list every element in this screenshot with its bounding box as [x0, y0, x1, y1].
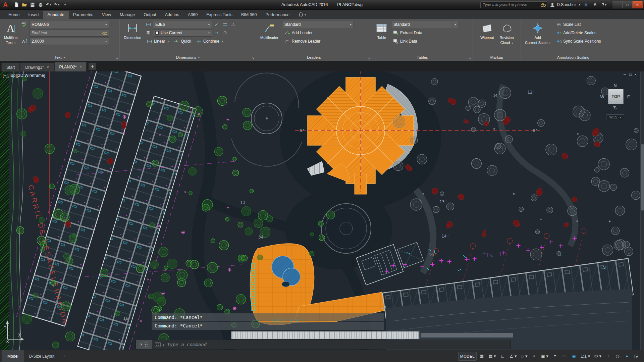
- dialog-launcher-icon[interactable]: ↘: [252, 56, 255, 60]
- dialog-launcher-icon[interactable]: ↘: [368, 56, 370, 60]
- model-tab[interactable]: Model: [2, 350, 24, 362]
- dialog-launcher-icon[interactable]: ↘: [115, 56, 118, 60]
- viewport-minimize-icon[interactable]: ─: [624, 72, 626, 76]
- text-height-combo[interactable]: 2.0000▾: [29, 38, 109, 45]
- viewcube-top-face[interactable]: TOP: [608, 89, 624, 104]
- drawing-canvas[interactable]: CARRIL DE DESACELERACION 12' 34' 6' 6' 1…: [0, 71, 644, 350]
- dim-break-button[interactable]: [213, 21, 220, 28]
- minimize-button[interactable]: ─: [612, 1, 623, 8]
- signed-in-user[interactable]: D.Sanchez ▾: [550, 2, 580, 7]
- command-line-grip[interactable]: ×: [136, 340, 152, 349]
- jog-line-button[interactable]: [230, 21, 237, 28]
- tab-insert[interactable]: Insert: [24, 11, 43, 19]
- add-delete-scales-button[interactable]: Add/Delete Scales: [554, 29, 624, 37]
- quick-dimension-button[interactable]: Quick: [172, 38, 193, 45]
- reassociate-button[interactable]: [221, 30, 229, 36]
- viewcube-east[interactable]: E: [627, 94, 630, 99]
- add-current-scale-button[interactable]: Add Current Scale ▾: [523, 21, 552, 45]
- annotation-monitor-toggle[interactable]: +: [604, 352, 612, 361]
- undo-button[interactable]: ↶▾: [45, 1, 52, 8]
- application-menu-button[interactable]: A: [0, 0, 11, 9]
- tab-addins[interactable]: Add-ins: [161, 11, 183, 19]
- exchange-apps-icon[interactable]: A: [592, 1, 598, 8]
- workspace-switching-button[interactable]: ⚙ ▾: [592, 352, 603, 361]
- ribbon-display-toggle[interactable]: ▾: [299, 12, 306, 19]
- close-tab-icon[interactable]: ×: [47, 65, 49, 69]
- new-drawing-tab-button[interactable]: +: [89, 63, 96, 70]
- annotation-scale-button[interactable]: 1:1 ▾: [579, 352, 592, 361]
- linear-dimension-button[interactable]: Linear▾: [145, 38, 171, 45]
- object-snap-tracking-toggle[interactable]: ⌖: [530, 352, 539, 361]
- revision-cloud-button[interactable]: Revision Cloud ▾: [498, 21, 516, 45]
- dimension-style-combo[interactable]: EJES▾: [153, 21, 212, 28]
- continue-dimension-button[interactable]: Continue▾: [194, 38, 225, 45]
- tab-performance[interactable]: Performance: [261, 11, 294, 19]
- viewport-controls-label[interactable]: [−][Top][2D Wireframe]: [3, 73, 45, 78]
- tab-bim360[interactable]: BIM 360: [237, 11, 261, 19]
- close-tab-icon[interactable]: ×: [80, 65, 82, 69]
- clean-screen-toggle[interactable]: ◲: [632, 352, 641, 361]
- ortho-mode-toggle[interactable]: ∟: [498, 352, 507, 361]
- find-text-input[interactable]: [30, 31, 101, 35]
- tab-view[interactable]: View: [98, 11, 115, 19]
- close-button[interactable]: ×: [633, 1, 643, 8]
- sync-scale-positions-button[interactable]: Sync Scale Positions: [554, 38, 624, 45]
- wipeout-button[interactable]: Wipeout: [478, 21, 496, 41]
- scale-list-button[interactable]: Scale List: [554, 21, 624, 28]
- open-file-button[interactable]: [21, 1, 28, 8]
- tab-manage[interactable]: Manage: [115, 11, 139, 19]
- viewcube-west[interactable]: W: [600, 94, 604, 99]
- selection-cycling-toggle[interactable]: ▭: [560, 352, 569, 361]
- close-command-line-icon[interactable]: ×: [140, 342, 142, 347]
- isometric-drafting-toggle[interactable]: ◇ ▾: [519, 352, 529, 361]
- customize-qat-button[interactable]: ▾: [61, 1, 68, 8]
- link-data-button[interactable]: Link Data: [391, 38, 471, 45]
- scrollbar-thumb[interactable]: [641, 144, 644, 211]
- dimension-layer-combo[interactable]: Use Current▾: [153, 29, 212, 37]
- wcs-menu[interactable]: WCS▾: [606, 114, 624, 120]
- customize-command-icon[interactable]: [155, 342, 161, 347]
- viewport-restore-icon[interactable]: □: [629, 72, 632, 76]
- grid-display-toggle[interactable]: ▦: [477, 352, 486, 361]
- text-style-combo[interactable]: ROMANS▾: [29, 21, 109, 28]
- isolate-objects-button[interactable]: ◎: [613, 352, 622, 361]
- redo-button[interactable]: ↷▾: [53, 1, 60, 8]
- multileader-button[interactable]: Multileader: [258, 21, 280, 41]
- command-input[interactable]: [167, 342, 507, 347]
- multiline-text-button[interactable]: A Multiline Text ▾: [2, 21, 19, 45]
- dialog-launcher-icon[interactable]: ↘: [469, 56, 471, 60]
- search-button[interactable]: [539, 2, 547, 8]
- help-button[interactable]: ?▾: [601, 1, 607, 8]
- table-button[interactable]: Table: [374, 21, 389, 41]
- multileader-style-combo[interactable]: Standard▾: [282, 21, 354, 28]
- tab-express-tools[interactable]: Express Tools: [202, 11, 237, 19]
- file-tab-drawing1[interactable]: Drawing1*×: [20, 63, 54, 71]
- file-tab-start[interactable]: Start: [1, 63, 20, 71]
- lineweight-toggle[interactable]: ≡: [551, 352, 559, 361]
- viewport-vertical-scrollbar[interactable]: [640, 71, 644, 350]
- tab-a360[interactable]: A360: [183, 11, 202, 19]
- panel-footer-tables[interactable]: Tables ↘: [372, 54, 473, 61]
- dimension-button[interactable]: Dimension: [122, 21, 143, 41]
- adjust-space-button[interactable]: [221, 21, 229, 28]
- restore-button[interactable]: □: [623, 1, 633, 8]
- table-style-combo[interactable]: Standard▾: [391, 21, 458, 28]
- panel-footer-leaders[interactable]: Leaders ↘: [256, 54, 372, 61]
- tab-output[interactable]: Output: [139, 11, 161, 19]
- panel-footer-text[interactable]: Text▾ ↘: [0, 54, 119, 61]
- viewcube-south[interactable]: S: [596, 105, 634, 110]
- new-file-button[interactable]: [13, 1, 20, 8]
- find-text-button[interactable]: [101, 30, 109, 36]
- panel-footer-markup[interactable]: Markup: [473, 54, 521, 61]
- model-space-toggle[interactable]: MODEL: [458, 352, 477, 361]
- add-leader-button[interactable]: Add Leader: [282, 29, 370, 37]
- save-button[interactable]: [29, 1, 36, 8]
- dim-update-button[interactable]: [213, 30, 220, 36]
- layout-tab-dsize[interactable]: D-Size Layout: [24, 350, 60, 362]
- remove-leader-button[interactable]: Remove Leader: [282, 38, 370, 45]
- hardware-acceleration-toggle[interactable]: ●: [623, 352, 631, 361]
- new-layout-button[interactable]: +: [60, 350, 68, 362]
- annotation-visibility-toggle[interactable]: ◉: [570, 352, 578, 361]
- panel-footer-annotation-scaling[interactable]: Annotation Scaling: [521, 54, 626, 61]
- file-tab-plano2[interactable]: PLANO2*×: [54, 62, 87, 71]
